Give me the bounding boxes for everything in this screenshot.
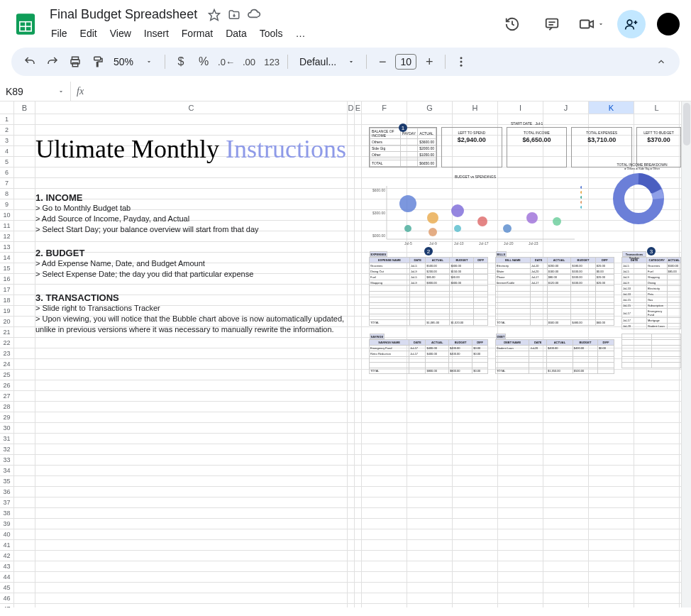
cell[interactable]	[453, 263, 498, 273]
cell[interactable]	[348, 487, 355, 497]
cell[interactable]	[407, 189, 453, 199]
cell[interactable]	[498, 167, 543, 177]
cell[interactable]	[543, 253, 589, 263]
row-header[interactable]: 25	[0, 370, 14, 380]
row[interactable]: 23	[0, 348, 681, 359]
cell[interactable]	[589, 540, 634, 550]
cell[interactable]	[355, 391, 362, 401]
row[interactable]: 3	[0, 136, 681, 146]
cell[interactable]	[453, 370, 498, 380]
cell[interactable]	[362, 274, 407, 284]
row-header[interactable]: 37	[0, 497, 14, 507]
cell[interactable]	[14, 551, 35, 561]
row[interactable]: 42	[0, 551, 681, 561]
row-header[interactable]: 8	[0, 189, 14, 199]
cell[interactable]	[14, 263, 35, 273]
cell[interactable]	[453, 189, 498, 199]
cell[interactable]	[362, 508, 407, 518]
history-icon[interactable]	[498, 10, 526, 38]
cell[interactable]	[543, 221, 589, 231]
cell[interactable]	[634, 487, 680, 497]
cell[interactable]	[407, 412, 453, 422]
cell[interactable]	[35, 519, 348, 529]
cell[interactable]	[543, 274, 589, 284]
cell[interactable]	[543, 519, 589, 529]
cell[interactable]	[35, 583, 348, 593]
row[interactable]: 39	[0, 519, 681, 529]
cell[interactable]	[35, 348, 348, 358]
cell[interactable]	[35, 551, 348, 561]
cell[interactable]	[348, 359, 355, 369]
cell[interactable]	[35, 593, 348, 603]
cell[interactable]	[355, 380, 362, 390]
cell[interactable]	[348, 317, 355, 326]
cell[interactable]	[543, 348, 589, 358]
cell[interactable]	[355, 253, 362, 263]
cell[interactable]	[348, 306, 355, 316]
cell[interactable]	[35, 466, 348, 475]
cell[interactable]	[453, 519, 498, 529]
cell[interactable]	[35, 476, 348, 486]
cell[interactable]	[589, 327, 634, 337]
font-size-increase[interactable]: +	[419, 52, 439, 72]
cell[interactable]	[348, 146, 355, 156]
cell[interactable]	[35, 604, 348, 607]
row-header[interactable]: 38	[0, 508, 14, 518]
grid[interactable]: B C D E F G H I J K L 123456789101112131…	[0, 101, 681, 607]
cell[interactable]	[589, 444, 634, 454]
row-header[interactable]: 17	[0, 285, 14, 295]
cell[interactable]	[407, 508, 453, 518]
cell[interactable]	[498, 221, 543, 231]
cell[interactable]	[407, 604, 453, 607]
cell[interactable]	[634, 242, 680, 252]
cell[interactable]	[634, 348, 680, 358]
cell[interactable]	[543, 263, 589, 273]
cell[interactable]	[355, 455, 362, 465]
cell[interactable]	[543, 497, 589, 507]
cell[interactable]	[355, 231, 362, 241]
row[interactable]: 14	[0, 253, 681, 263]
cell[interactable]	[355, 114, 362, 124]
row[interactable]: 47	[0, 604, 681, 607]
cell[interactable]	[543, 583, 589, 593]
cell[interactable]	[407, 444, 453, 454]
cell[interactable]	[634, 508, 680, 518]
cell[interactable]	[498, 370, 543, 380]
cell[interactable]	[589, 604, 634, 607]
cell[interactable]	[634, 391, 680, 401]
cell[interactable]	[453, 466, 498, 475]
cell[interactable]	[362, 487, 407, 497]
cell[interactable]	[453, 338, 498, 348]
cell[interactable]	[634, 285, 680, 295]
row-header[interactable]: 42	[0, 551, 14, 561]
cell[interactable]	[634, 380, 680, 390]
cell[interactable]	[498, 380, 543, 390]
cell[interactable]	[362, 466, 407, 475]
cell[interactable]	[355, 529, 362, 539]
cell[interactable]	[453, 434, 498, 444]
cell[interactable]	[14, 199, 35, 209]
cell[interactable]	[35, 263, 348, 273]
cell[interactable]	[407, 540, 453, 550]
row-header[interactable]: 5	[0, 157, 14, 167]
cell[interactable]	[348, 348, 355, 358]
cell[interactable]	[589, 114, 634, 124]
cell[interactable]	[348, 519, 355, 529]
cell[interactable]	[35, 221, 348, 231]
row[interactable]: 1	[0, 114, 681, 125]
cell[interactable]	[453, 317, 498, 326]
cell[interactable]	[407, 178, 453, 188]
cell[interactable]	[14, 348, 35, 358]
row-header[interactable]: 30	[0, 423, 14, 433]
row-header[interactable]: 40	[0, 529, 14, 539]
cell[interactable]	[407, 210, 453, 220]
cell[interactable]	[14, 561, 35, 571]
cell[interactable]	[14, 370, 35, 380]
cell[interactable]	[407, 583, 453, 593]
cell[interactable]	[589, 455, 634, 465]
cell[interactable]	[362, 348, 407, 358]
cell[interactable]	[362, 146, 407, 156]
row[interactable]: 24	[0, 359, 681, 370]
cell[interactable]	[355, 263, 362, 273]
cell[interactable]	[543, 466, 589, 475]
